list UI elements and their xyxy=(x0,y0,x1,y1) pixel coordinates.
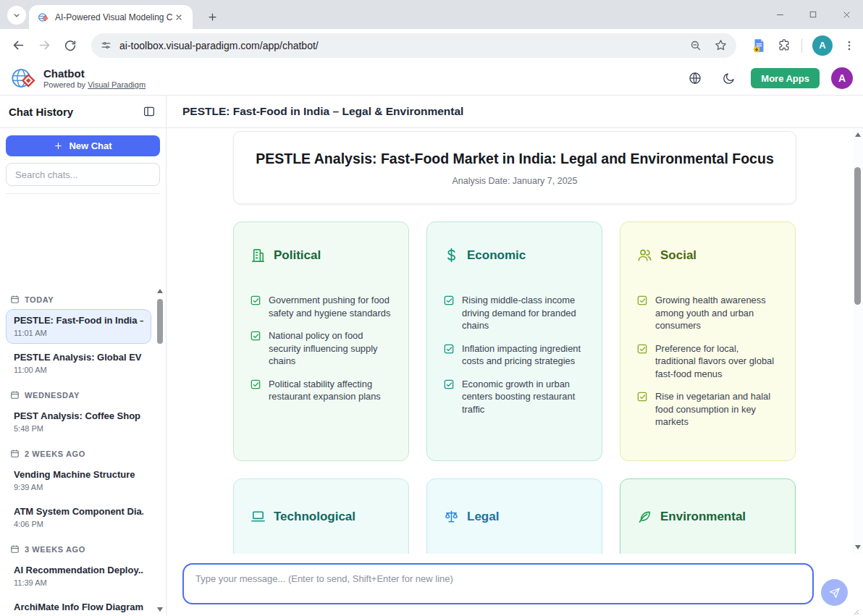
browser-tab-strip: AI-Powered Visual Modeling Ch xyxy=(0,0,863,29)
scroll-up-arrow[interactable] xyxy=(157,289,163,293)
checkbox-check-icon xyxy=(636,391,648,429)
site-settings-icon[interactable] xyxy=(100,39,112,51)
checkbox-check-icon xyxy=(250,295,261,319)
message-composer xyxy=(167,554,863,616)
chat-history-item[interactable]: AI Recommendation Deploy... 11:39 AM xyxy=(6,559,151,594)
chat-history-sidebar: Chat History New Chat TODAY PESTLE: Fast… xyxy=(0,96,167,616)
forward-button[interactable] xyxy=(33,35,55,56)
analysis-title: PESTLE Analysis: Fast-Food Market in Ind… xyxy=(256,148,774,169)
analysis-point: Rise in vegetarian and halal food consum… xyxy=(636,390,780,429)
analysis-point: National policy on food security influen… xyxy=(250,329,394,368)
history-group-label: 2 WEEKS AGO xyxy=(6,442,151,463)
analysis-point: Political stability affecting restaurant… xyxy=(250,378,394,403)
divider xyxy=(6,193,160,194)
message-input[interactable] xyxy=(182,563,814,604)
calendar-icon xyxy=(10,449,20,458)
calendar-icon xyxy=(10,295,20,304)
checkbox-check-icon xyxy=(443,343,455,368)
browser-profile-avatar[interactable]: A xyxy=(812,35,833,56)
leaf-icon xyxy=(636,508,653,525)
back-button[interactable] xyxy=(7,35,29,56)
new-chat-button[interactable]: New Chat xyxy=(6,135,160,156)
new-tab-button[interactable] xyxy=(203,7,222,26)
scroll-up-arrow[interactable] xyxy=(855,132,861,137)
collapse-sidebar-icon[interactable] xyxy=(141,104,157,119)
scroll-down-arrow[interactable] xyxy=(157,607,163,612)
sidebar-title: Chat History xyxy=(9,106,73,118)
app-user-avatar[interactable]: A xyxy=(831,67,853,89)
window-close-button[interactable] xyxy=(830,0,863,29)
chat-history-item[interactable]: Vending Machine Structure 9:39 AM xyxy=(6,463,151,498)
address-bar[interactable]: ai-toolbox.visual-paradigm.com/app/chatb… xyxy=(91,33,736,58)
visual-paradigm-favicon xyxy=(38,12,49,23)
plus-icon xyxy=(54,141,63,151)
history-group-label: WEDNESDAY xyxy=(6,383,151,405)
pestle-card-legal: Legal xyxy=(426,478,602,554)
analysis-point: Preference for local, traditional flavor… xyxy=(636,342,780,381)
visual-paradigm-logo xyxy=(10,64,38,92)
scroll-down-arrow[interactable] xyxy=(855,545,861,549)
building-icon xyxy=(250,247,266,263)
scrollbar-thumb[interactable] xyxy=(854,167,861,305)
zoom-out-icon[interactable] xyxy=(689,39,702,52)
dark-mode-moon-icon[interactable] xyxy=(717,67,739,89)
card-title: Political xyxy=(274,248,321,263)
scrollbar-thumb[interactable] xyxy=(157,299,163,344)
card-title: Technological xyxy=(274,510,355,524)
checkbox-check-icon xyxy=(250,379,261,403)
chat-history-item[interactable]: PEST Analysis: Coffee Shop S... 5:48 PM xyxy=(6,405,151,439)
visual-paradigm-link[interactable]: Visual Paradigm xyxy=(88,80,146,89)
window-minimize-button[interactable] xyxy=(763,0,796,29)
pestle-card-political: Political Government pushing for food sa… xyxy=(233,221,409,461)
analysis-point: Inflation impacting ingredient costs and… xyxy=(443,342,587,368)
chat-history-item[interactable]: ArchiMate Info Flow Diagram 11:38 AM xyxy=(6,596,151,616)
chat-history-list: TODAY PESTLE: Fast-Food in India – ... 1… xyxy=(0,286,166,616)
calendar-icon xyxy=(10,544,20,554)
more-apps-button[interactable]: More Apps xyxy=(751,68,820,88)
chat-history-item[interactable]: ATM System Component Dia... 4:06 PM xyxy=(6,500,151,535)
content-scrollbar[interactable] xyxy=(853,128,863,554)
url-text[interactable]: ai-toolbox.visual-paradigm.com/app/chatb… xyxy=(119,40,689,51)
card-title: Economic xyxy=(467,248,526,263)
analysis-point: Rising middle-class income driving deman… xyxy=(443,294,587,332)
send-plane-icon xyxy=(828,586,841,599)
window-maximize-button[interactable] xyxy=(796,0,830,29)
browser-menu-kebab-icon[interactable] xyxy=(843,39,856,52)
window-controls xyxy=(763,0,863,29)
language-globe-icon[interactable] xyxy=(684,67,706,89)
powered-by-text: Powered by Visual Paradigm xyxy=(43,80,146,89)
analysis-point: Growing health awareness among youth and… xyxy=(636,294,780,332)
browser-tab-active[interactable]: AI-Powered Visual Modeling Ch xyxy=(29,5,193,29)
reload-button[interactable] xyxy=(59,35,81,56)
tab-title: AI-Powered Visual Modeling Ch xyxy=(55,12,172,22)
analysis-header-card: PESTLE Analysis: Fast-Food Market in Ind… xyxy=(233,131,796,204)
chat-title: PESTLE: Fast-Food in India – Legal & Env… xyxy=(167,96,863,128)
checkbox-check-icon xyxy=(636,343,648,381)
toolbar-separator xyxy=(801,38,802,53)
chat-history-item[interactable]: PESTLE Analysis: Global EV In... 11:00 A… xyxy=(6,346,151,381)
app-title: Chatbot xyxy=(43,67,146,80)
pestle-card-social: Social Growing health awareness among yo… xyxy=(620,221,796,461)
pestle-cards-grid: Political Government pushing for food sa… xyxy=(233,221,796,554)
tab-close-icon[interactable] xyxy=(172,11,185,24)
checkbox-check-icon xyxy=(443,295,455,332)
checkbox-check-icon xyxy=(636,295,648,332)
pestle-card-environmental: Environmental xyxy=(620,478,796,554)
sidebar-scrollbar[interactable] xyxy=(156,289,164,613)
bookmark-star-icon[interactable] xyxy=(714,38,728,52)
search-chats-input[interactable] xyxy=(6,163,160,186)
browser-toolbar: ai-toolbox.visual-paradigm.com/app/chatb… xyxy=(0,29,863,62)
pestle-card-economic: Economic Rising middle-class income driv… xyxy=(426,221,602,461)
extensions-puzzle-icon[interactable] xyxy=(777,38,791,53)
history-group-label: 3 WEEKS AGO xyxy=(6,537,151,559)
resize-grip[interactable] xyxy=(851,607,859,615)
send-button[interactable] xyxy=(821,579,848,606)
tab-search-button[interactable] xyxy=(7,6,26,25)
chat-history-item[interactable]: PESTLE: Fast-Food in India – ... 11:01 A… xyxy=(6,309,151,344)
pestle-card-technological: Technological xyxy=(233,478,409,554)
checkbox-check-icon xyxy=(443,379,455,416)
plus-icon xyxy=(207,12,218,22)
docs-offline-icon[interactable] xyxy=(751,38,767,54)
card-title: Environmental xyxy=(660,510,746,524)
history-group-label: TODAY xyxy=(6,287,151,309)
